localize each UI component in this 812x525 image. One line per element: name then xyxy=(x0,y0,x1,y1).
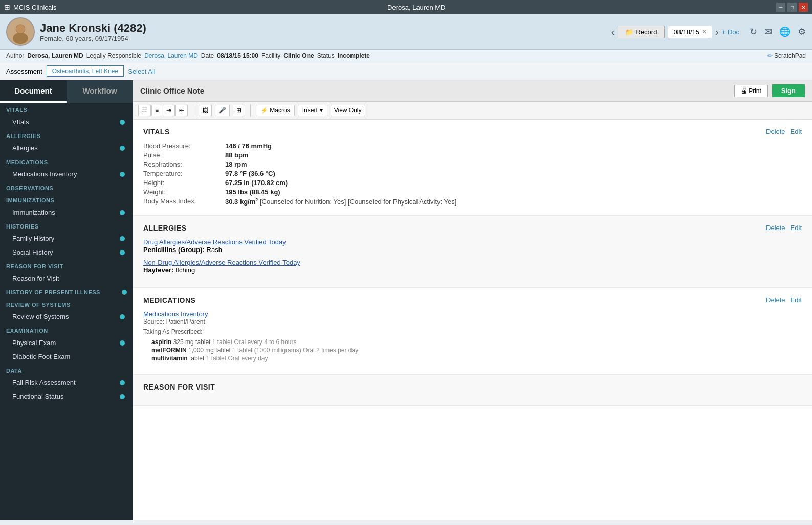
title-bar-user: Derosa, Lauren MD xyxy=(387,4,445,11)
sidebar-item-medications[interactable]: Medications Inventory xyxy=(0,167,133,181)
indent-button[interactable]: ⇥ xyxy=(163,105,175,116)
sign-button[interactable]: Sign xyxy=(772,84,805,97)
refresh-icon[interactable]: ↻ xyxy=(750,26,757,37)
facility-label: Facility xyxy=(261,52,280,59)
allergies-delete[interactable]: Delete xyxy=(766,224,785,232)
sidebar-item-fall-risk[interactable]: Fall Risk Assessment xyxy=(0,376,133,390)
doc-title: Clinic Office Note xyxy=(140,86,204,95)
content-area: Clinic Office Note 🖨 Print Sign ☰ ≡ ⇥ ⇤ … xyxy=(133,80,812,520)
drug-allergy-link[interactable]: Drug Allergies/Adverse Reactions Verifie… xyxy=(143,238,286,246)
sidebar-item-physical-exam[interactable]: Physical Exam xyxy=(0,336,133,350)
medications-inventory-link[interactable]: Medications Inventory xyxy=(143,310,208,318)
temp-row: Temperature: 97.8 °F (36.6 °C) xyxy=(143,170,456,177)
sidebar-item-reason-for-visit[interactable]: Reason for Visit xyxy=(0,271,133,285)
sidebar-item-allergies[interactable]: Allergies xyxy=(0,141,133,155)
section-immunizations: IMMUNIZATIONS xyxy=(0,193,133,206)
macros-button[interactable]: ⚡ Macros xyxy=(256,105,295,116)
date-tab-close[interactable]: ✕ xyxy=(701,28,707,35)
section-allergies: ALLERGIES xyxy=(0,129,133,141)
dot-social-history xyxy=(120,250,125,255)
reason-for-visit-title: REASON FOR VISIT xyxy=(143,383,802,391)
allergies-section: ALLERGIES Drug Allergies/Adverse Reactio… xyxy=(133,216,812,288)
arrow-left-button[interactable]: ‹ xyxy=(611,26,615,38)
non-drug-allergy-link[interactable]: Non-Drug Allergies/Adverse Reactions Ver… xyxy=(143,259,300,266)
allergies-actions: Delete Edit xyxy=(766,224,802,232)
microphone-button[interactable]: 🎤 xyxy=(215,105,230,116)
date-value: 08/18/15 15:00 xyxy=(217,52,258,59)
med-metformin: metFORMIN 1,000 mg tablet 1 tablet (1000… xyxy=(151,347,766,354)
mail-icon[interactable]: ✉ xyxy=(764,26,772,37)
vitals-title: VITALS xyxy=(143,128,456,136)
view-only-button[interactable]: View Only xyxy=(331,105,365,116)
sidebar-item-family-history[interactable]: Family History xyxy=(0,232,133,245)
avatar xyxy=(6,17,35,46)
med-multivitamin: multivitamin tablet 1 tablet Oral every … xyxy=(151,355,766,362)
pulse-row: Pulse: 88 bpm xyxy=(143,151,456,159)
list-buttons: ☰ ≡ ⇥ ⇤ xyxy=(138,105,188,116)
numbered-list-button[interactable]: ≡ xyxy=(151,105,162,116)
assessment-label: Assessment xyxy=(6,67,42,75)
tab-workflow[interactable]: Workflow xyxy=(67,80,133,103)
non-drug-allergy-block: Non-Drug Allergies/Adverse Reactions Ver… xyxy=(143,259,766,274)
medications-actions: Delete Edit xyxy=(766,296,802,304)
section-histories: HISTORIES xyxy=(0,219,133,232)
patient-info: Jane Kronski (4282) Female, 60 years, 09… xyxy=(40,21,146,42)
sidebar-item-vitals[interactable]: VItals xyxy=(0,115,133,129)
drug-allergy-block: Drug Allergies/Adverse Reactions Verifie… xyxy=(143,238,766,254)
settings-icon[interactable]: ⚙ xyxy=(798,26,806,37)
template-button[interactable]: ⊞ xyxy=(233,105,245,116)
tab-document[interactable]: Document xyxy=(0,80,67,103)
dot-fall-risk xyxy=(120,380,125,385)
scratchpad-icon: ✏ xyxy=(767,52,773,59)
toolbar: ☰ ≡ ⇥ ⇤ 🖼 🎤 ⊞ ⚡ Macros Insert ▾ View Onl… xyxy=(133,102,812,120)
record-tab-label: Record xyxy=(635,28,657,36)
app-name: MCIS Clinicals xyxy=(13,4,57,11)
date-tab[interactable]: 08/18/15 ✕ xyxy=(668,26,712,38)
author-value: Derosa, Lauren MD xyxy=(27,52,83,59)
medications-delete[interactable]: Delete xyxy=(766,296,785,304)
vitals-content: Blood Pressure: 146 / 76 mmHg Pulse: 88 … xyxy=(143,142,456,206)
allergies-title: ALLERGIES xyxy=(143,224,766,232)
medications-block: Medications Inventory Source: Patient/Pa… xyxy=(143,310,766,362)
select-all-link[interactable]: Select All xyxy=(128,67,155,75)
close-button[interactable]: ✕ xyxy=(799,3,808,12)
vitals-edit[interactable]: Edit xyxy=(791,128,802,135)
legally-link[interactable]: Derosa, Lauren MD xyxy=(144,52,198,59)
record-tab[interactable]: 📁 Record xyxy=(618,26,665,38)
medications-section: MEDICATIONS Medications Inventory Source… xyxy=(133,288,812,375)
sidebar-item-functional-status[interactable]: Functional Status xyxy=(0,390,133,403)
sidebar-item-social-history[interactable]: Social History xyxy=(0,245,133,259)
sidebar-item-review-systems[interactable]: Review of Systems xyxy=(0,310,133,324)
scratchpad-button[interactable]: ✏ ScratchPad xyxy=(767,52,806,59)
insert-label: Insert xyxy=(302,107,318,114)
med-aspirin: aspirin 325 mg tablet 1 tablet Oral ever… xyxy=(151,338,766,346)
vitals-actions: Delete Edit xyxy=(766,128,802,135)
medications-edit[interactable]: Edit xyxy=(791,296,802,304)
section-observations: OBSERVATIONS xyxy=(0,181,133,193)
insert-button[interactable]: Insert ▾ xyxy=(298,105,327,116)
maximize-button[interactable]: □ xyxy=(787,3,797,12)
section-review-systems: REVIEW OF SYSTEMS xyxy=(0,298,133,310)
svg-point-3 xyxy=(16,25,25,33)
vitals-delete[interactable]: Delete xyxy=(766,128,785,135)
date-tab-label: 08/18/15 xyxy=(673,28,699,36)
outdent-button[interactable]: ⇤ xyxy=(175,105,188,116)
grid-icon: ⊞ xyxy=(4,3,10,11)
weight-row: Weight: 195 lbs (88.45 kg) xyxy=(143,188,456,196)
allergies-edit[interactable]: Edit xyxy=(791,224,802,232)
patient-header: Jane Kronski (4282) Female, 60 years, 09… xyxy=(0,14,812,50)
sidebar-item-diabetic-foot-exam[interactable]: Diabetic Foot Exam xyxy=(0,350,133,363)
assessment-tag[interactable]: Osteoarthritis, Left Knee xyxy=(47,65,124,77)
print-button[interactable]: 🖨 Print xyxy=(734,85,768,97)
bullet-list-button[interactable]: ☰ xyxy=(138,105,151,116)
minimize-button[interactable]: ─ xyxy=(776,3,785,12)
arrow-right-button[interactable]: › xyxy=(715,26,719,38)
globe-icon[interactable]: 🌐 xyxy=(779,26,791,37)
image-button[interactable]: 🖼 xyxy=(199,105,212,116)
bmi-row: Body Mass Index: 30.3 kg/m2 [Counseled f… xyxy=(143,197,456,206)
sidebar-tabs: Document Workflow xyxy=(0,80,133,103)
date-label: Date xyxy=(201,52,214,59)
add-doc-link[interactable]: + Doc xyxy=(722,28,739,36)
sidebar-item-immunizations[interactable]: Immunizations xyxy=(0,206,133,219)
vitals-section: VITALS Blood Pressure: 146 / 76 mmHg Pul… xyxy=(133,120,812,216)
